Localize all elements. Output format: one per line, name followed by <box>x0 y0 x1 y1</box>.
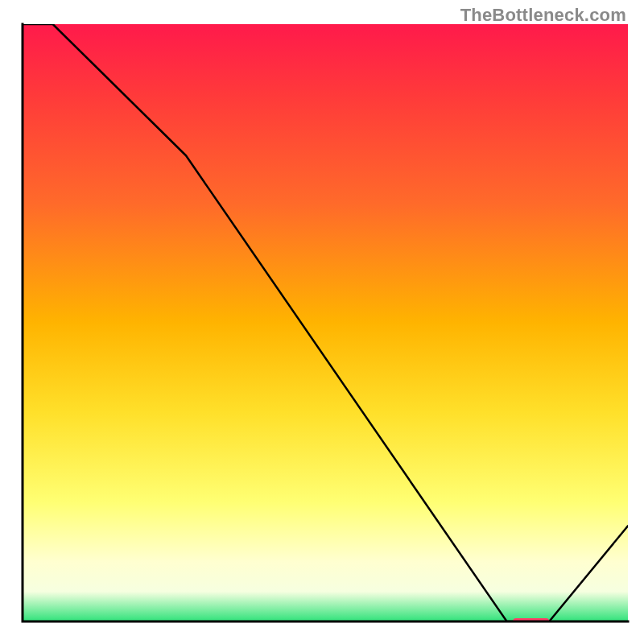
plot-background <box>23 24 628 621</box>
bottleneck-chart <box>0 0 644 644</box>
chart-container: TheBottleneck.com <box>0 0 644 644</box>
watermark-text: TheBottleneck.com <box>460 5 626 26</box>
